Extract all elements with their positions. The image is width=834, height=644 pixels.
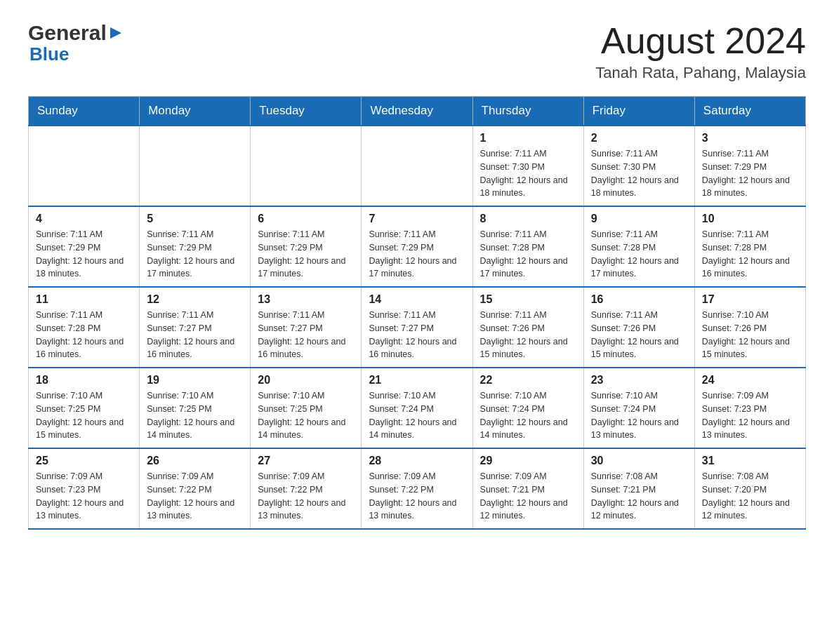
day-info: Sunrise: 7:11 AMSunset: 7:27 PMDaylight:… bbox=[369, 309, 465, 361]
sunset-text: Sunset: 7:28 PM bbox=[480, 241, 576, 255]
table-row: 29Sunrise: 7:09 AMSunset: 7:21 PMDayligh… bbox=[472, 448, 583, 529]
daylight-text: Daylight: 12 hours and 13 minutes. bbox=[702, 416, 798, 443]
daylight-text: Daylight: 12 hours and 13 minutes. bbox=[591, 416, 687, 443]
sunrise-text: Sunrise: 7:09 AM bbox=[258, 470, 354, 483]
day-number: 9 bbox=[591, 213, 687, 225]
table-row: 13Sunrise: 7:11 AMSunset: 7:27 PMDayligh… bbox=[251, 287, 362, 368]
day-info: Sunrise: 7:11 AMSunset: 7:28 PMDaylight:… bbox=[702, 228, 798, 281]
table-row: 8Sunrise: 7:11 AMSunset: 7:28 PMDaylight… bbox=[472, 206, 583, 287]
day-info: Sunrise: 7:11 AMSunset: 7:29 PMDaylight:… bbox=[147, 228, 243, 281]
daylight-text: Daylight: 12 hours and 13 minutes. bbox=[258, 497, 354, 523]
sunrise-text: Sunrise: 7:10 AM bbox=[702, 309, 798, 322]
sunrise-text: Sunrise: 7:11 AM bbox=[36, 228, 132, 241]
day-number: 1 bbox=[480, 132, 576, 145]
table-row: 27Sunrise: 7:09 AMSunset: 7:22 PMDayligh… bbox=[251, 448, 362, 529]
sunset-text: Sunset: 7:29 PM bbox=[702, 161, 798, 174]
daylight-text: Daylight: 12 hours and 15 minutes. bbox=[480, 335, 576, 362]
day-number: 18 bbox=[36, 374, 132, 387]
sunrise-text: Sunrise: 7:10 AM bbox=[591, 389, 687, 403]
sunset-text: Sunset: 7:20 PM bbox=[702, 483, 798, 497]
day-info: Sunrise: 7:09 AMSunset: 7:21 PMDaylight:… bbox=[480, 470, 576, 523]
sunset-text: Sunset: 7:23 PM bbox=[36, 483, 132, 497]
sunrise-text: Sunrise: 7:11 AM bbox=[591, 309, 687, 322]
table-row: 16Sunrise: 7:11 AMSunset: 7:26 PMDayligh… bbox=[583, 287, 694, 368]
sunset-text: Sunset: 7:27 PM bbox=[369, 322, 465, 335]
day-info: Sunrise: 7:10 AMSunset: 7:26 PMDaylight:… bbox=[702, 309, 798, 361]
day-info: Sunrise: 7:10 AMSunset: 7:25 PMDaylight:… bbox=[36, 389, 132, 442]
day-number: 26 bbox=[147, 455, 243, 467]
table-row: 9Sunrise: 7:11 AMSunset: 7:28 PMDaylight… bbox=[583, 206, 694, 287]
day-info: Sunrise: 7:11 AMSunset: 7:28 PMDaylight:… bbox=[36, 309, 132, 361]
sunrise-text: Sunrise: 7:11 AM bbox=[36, 309, 132, 322]
day-number: 3 bbox=[702, 132, 798, 145]
table-row: 22Sunrise: 7:10 AMSunset: 7:24 PMDayligh… bbox=[472, 368, 583, 448]
table-row: 18Sunrise: 7:10 AMSunset: 7:25 PMDayligh… bbox=[29, 368, 140, 448]
day-number: 11 bbox=[36, 293, 132, 306]
day-info: Sunrise: 7:09 AMSunset: 7:22 PMDaylight:… bbox=[147, 470, 243, 523]
day-number: 8 bbox=[480, 213, 576, 225]
day-number: 4 bbox=[36, 213, 132, 225]
daylight-text: Daylight: 12 hours and 12 minutes. bbox=[480, 497, 576, 523]
logo-blue-text: Blue bbox=[29, 43, 69, 65]
day-info: Sunrise: 7:10 AMSunset: 7:24 PMDaylight:… bbox=[591, 389, 687, 442]
calendar-week-row: 25Sunrise: 7:09 AMSunset: 7:23 PMDayligh… bbox=[29, 448, 806, 529]
day-number: 19 bbox=[147, 374, 243, 387]
day-number: 24 bbox=[702, 374, 798, 387]
logo-arrow-icon bbox=[109, 26, 123, 43]
day-number: 12 bbox=[147, 293, 243, 306]
sunrise-text: Sunrise: 7:11 AM bbox=[702, 147, 798, 161]
sunset-text: Sunset: 7:21 PM bbox=[591, 483, 687, 497]
daylight-text: Daylight: 12 hours and 13 minutes. bbox=[369, 497, 465, 523]
sunset-text: Sunset: 7:26 PM bbox=[702, 322, 798, 335]
daylight-text: Daylight: 12 hours and 14 minutes. bbox=[147, 416, 243, 443]
sunset-text: Sunset: 7:21 PM bbox=[480, 483, 576, 497]
day-number: 31 bbox=[702, 455, 798, 467]
table-row: 20Sunrise: 7:10 AMSunset: 7:25 PMDayligh… bbox=[251, 368, 362, 448]
sunset-text: Sunset: 7:25 PM bbox=[147, 403, 243, 416]
calendar-week-row: 11Sunrise: 7:11 AMSunset: 7:28 PMDayligh… bbox=[29, 287, 806, 368]
day-info: Sunrise: 7:11 AMSunset: 7:26 PMDaylight:… bbox=[591, 309, 687, 361]
sunrise-text: Sunrise: 7:11 AM bbox=[591, 228, 687, 241]
svg-marker-0 bbox=[110, 27, 121, 39]
table-row: 10Sunrise: 7:11 AMSunset: 7:28 PMDayligh… bbox=[694, 206, 805, 287]
daylight-text: Daylight: 12 hours and 16 minutes. bbox=[258, 335, 354, 362]
table-row: 12Sunrise: 7:11 AMSunset: 7:27 PMDayligh… bbox=[140, 287, 251, 368]
day-info: Sunrise: 7:08 AMSunset: 7:21 PMDaylight:… bbox=[591, 470, 687, 523]
sunset-text: Sunset: 7:28 PM bbox=[36, 322, 132, 335]
table-row bbox=[362, 126, 472, 206]
table-row: 3Sunrise: 7:11 AMSunset: 7:29 PMDaylight… bbox=[694, 126, 805, 206]
day-info: Sunrise: 7:11 AMSunset: 7:26 PMDaylight:… bbox=[480, 309, 576, 361]
day-number: 7 bbox=[369, 213, 465, 225]
sunrise-text: Sunrise: 7:10 AM bbox=[480, 389, 576, 403]
day-number: 20 bbox=[258, 374, 354, 387]
day-number: 6 bbox=[258, 213, 354, 225]
sunrise-text: Sunrise: 7:11 AM bbox=[258, 309, 354, 322]
page-header: General Blue August 2024 Tanah Rata, Pah… bbox=[28, 21, 806, 82]
page-title: August 2024 bbox=[595, 21, 806, 61]
title-area: August 2024 Tanah Rata, Pahang, Malaysia bbox=[595, 21, 806, 82]
day-number: 13 bbox=[258, 293, 354, 306]
sunset-text: Sunset: 7:29 PM bbox=[36, 241, 132, 255]
header-wednesday: Wednesday bbox=[362, 97, 472, 126]
table-row: 25Sunrise: 7:09 AMSunset: 7:23 PMDayligh… bbox=[29, 448, 140, 529]
day-info: Sunrise: 7:09 AMSunset: 7:22 PMDaylight:… bbox=[258, 470, 354, 523]
table-row bbox=[140, 126, 251, 206]
table-row: 15Sunrise: 7:11 AMSunset: 7:26 PMDayligh… bbox=[472, 287, 583, 368]
sunset-text: Sunset: 7:29 PM bbox=[258, 241, 354, 255]
sunset-text: Sunset: 7:28 PM bbox=[702, 241, 798, 255]
table-row: 2Sunrise: 7:11 AMSunset: 7:30 PMDaylight… bbox=[583, 126, 694, 206]
sunrise-text: Sunrise: 7:10 AM bbox=[147, 389, 243, 403]
sunrise-text: Sunrise: 7:09 AM bbox=[480, 470, 576, 483]
calendar-week-row: 18Sunrise: 7:10 AMSunset: 7:25 PMDayligh… bbox=[29, 368, 806, 448]
daylight-text: Daylight: 12 hours and 16 minutes. bbox=[147, 335, 243, 362]
sunset-text: Sunset: 7:27 PM bbox=[258, 322, 354, 335]
table-row: 4Sunrise: 7:11 AMSunset: 7:29 PMDaylight… bbox=[29, 206, 140, 287]
calendar-week-row: 1Sunrise: 7:11 AMSunset: 7:30 PMDaylight… bbox=[29, 126, 806, 206]
sunrise-text: Sunrise: 7:09 AM bbox=[36, 470, 132, 483]
sunrise-text: Sunrise: 7:11 AM bbox=[480, 309, 576, 322]
sunrise-text: Sunrise: 7:08 AM bbox=[591, 470, 687, 483]
table-row: 14Sunrise: 7:11 AMSunset: 7:27 PMDayligh… bbox=[362, 287, 472, 368]
logo: General Blue bbox=[28, 21, 123, 65]
sunset-text: Sunset: 7:29 PM bbox=[369, 241, 465, 255]
header-friday: Friday bbox=[583, 97, 694, 126]
